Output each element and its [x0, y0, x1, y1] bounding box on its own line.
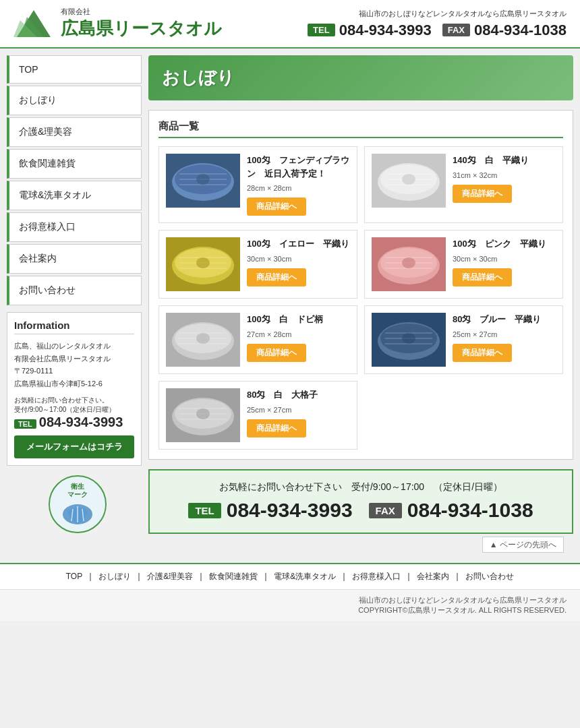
footer-sep: ｜ [340, 572, 348, 581]
product-image-p1 [166, 154, 240, 208]
product-inner: 100匁 白 ドビ柄 27cm × 28cm 商品詳細へ [166, 313, 350, 367]
contact-tagline: 福山市のおしぼりなどレンタルタオルなら広島県リースタオル [308, 9, 567, 19]
info-tel-number: TEL084-934-3993 [14, 415, 134, 430]
mail-button[interactable]: メールフォームはコチラ [14, 435, 134, 458]
product-inner: 80匁 ブルー 平織り 25cm × 27cm 商品詳細へ [372, 313, 556, 367]
product-name-p3: 100匁 イエロー 平織り [247, 237, 350, 251]
detail-button-p1[interactable]: 商品詳細へ [247, 198, 306, 216]
sidebar-item-contact[interactable]: お問い合わせ [7, 276, 142, 305]
footer-nav-7[interactable]: お問い合わせ [465, 572, 514, 581]
sidebar-item-kaigo[interactable]: 介護&理美容 [7, 117, 142, 147]
product-size-p7: 25cm × 27cm [247, 406, 350, 414]
sidebar-item-kaisha[interactable]: 会社案内 [7, 244, 142, 274]
header-fax-number: 084-934-1038 [474, 22, 567, 39]
contact-area: 福山市のおしぼりなどレンタルタオルなら広島県リースタオル TEL 084-934… [308, 9, 567, 39]
sidebar-item-tokui[interactable]: お得意様入口 [7, 212, 142, 242]
cta-fax-group: FAX 084-934-1038 [369, 499, 533, 522]
product-image-p2 [372, 154, 446, 208]
cta-tel-number: 084-934-3993 [227, 499, 353, 522]
svg-point-16 [196, 174, 210, 185]
product-info-p4: 100匁 ピンク 平織り 30cm × 30cm 商品詳細へ [453, 237, 556, 286]
cta-text: お気軽にお問い合わせ下さい 受付/9:00～17:00 （定休日/日曜） [163, 481, 558, 493]
product-name-p5: 100匁 白 ドビ柄 [247, 313, 350, 326]
svg-text:マーク: マーク [67, 491, 88, 498]
cta-fax-number: 084-934-1038 [407, 499, 533, 522]
section-title: 商品一覧 [158, 120, 563, 138]
sidebar-item-inshoku[interactable]: 飲食関連雑貨 [7, 149, 142, 179]
detail-button-p7[interactable]: 商品詳細へ [247, 419, 306, 437]
product-name-p7: 80匁 白 大格子 [247, 388, 350, 402]
sidebar: TOPおしぼり介護&理美容飲食関連雑貨電球&洗車タオルお得意様入口会社案内お問い… [7, 55, 142, 556]
footer-nav-1[interactable]: おしぼり [98, 572, 131, 581]
svg-point-58 [196, 408, 210, 419]
page-title: おしぼり [162, 67, 235, 88]
product-grid: 100匁 フェンディブラウン 近日入荷予定！ 28cm × 28cm 商品詳細へ… [158, 146, 563, 450]
page-header: おしぼり [148, 55, 573, 100]
product-inner: 80匁 白 大格子 25cm × 27cm 商品詳細へ [166, 388, 350, 442]
svg-point-37 [402, 257, 415, 268]
product-name-p6: 80匁 ブルー 平織り [453, 313, 556, 326]
footer-nav-4[interactable]: 電球&洗車タオル [274, 572, 336, 581]
svg-point-51 [402, 333, 415, 344]
content: おしぼり 商品一覧 100匁 フェンディブラウン 近日入荷予定！ 28cm × … [148, 55, 573, 556]
info-box: Information 広島、福山のレンタルタオル有限会社広島県リースタオル〒7… [7, 312, 142, 466]
cta-numbers: TEL 084-934-3993 FAX 084-934-1038 [163, 499, 558, 522]
sidebar-item-oshibori[interactable]: おしぼり [7, 86, 142, 115]
product-size-p4: 30cm × 30cm [453, 255, 556, 263]
svg-point-23 [402, 174, 415, 185]
cta-fax-label: FAX [369, 503, 402, 518]
product-card-p5: 100匁 白 ドビ柄 27cm × 28cm 商品詳細へ [158, 305, 357, 374]
product-image-p4 [372, 237, 446, 291]
eisei-mark: 衛生 マーク [7, 474, 142, 537]
detail-button-p4[interactable]: 商品詳細へ [453, 268, 512, 286]
svg-text:衛生: 衛生 [70, 483, 84, 490]
detail-button-p2[interactable]: 商品詳細へ [453, 185, 512, 203]
main-wrapper: TOPおしぼり介護&理美容飲食関連雑貨電球&洗車タオルお得意様入口会社案内お問い… [0, 49, 580, 563]
header-tel-badge: TEL 084-934-3993 [308, 22, 432, 39]
sidebar-item-top[interactable]: TOP [7, 55, 142, 84]
cta-tel-group: TEL 084-934-3993 [188, 499, 352, 522]
product-section: 商品一覧 100匁 フェンディブラウン 近日入荷予定！ 28cm × 28cm … [148, 110, 573, 460]
product-size-p5: 27cm × 28cm [247, 330, 350, 338]
footer-sep: ｜ [86, 572, 94, 581]
info-content: 広島、福山のレンタルタオル有限会社広島県リースタオル〒729-0111広島県福山… [14, 340, 134, 390]
nav-menu: TOPおしぼり介護&理美容飲食関連雑貨電球&洗車タオルお得意様入口会社案内お問い… [7, 55, 142, 305]
svg-point-44 [196, 333, 210, 344]
footer-nav-0[interactable]: TOP [66, 572, 82, 581]
header: 有限会社 広島県リースタオル 福山市のおしぼりなどレンタルタオルなら広島県リース… [0, 0, 580, 49]
product-card-p2: 140匁 白 平織り 31cm × 32cm 商品詳細へ [364, 146, 563, 223]
detail-button-p3[interactable]: 商品詳細へ [247, 268, 306, 286]
product-info-p5: 100匁 白 ドビ柄 27cm × 28cm 商品詳細へ [247, 313, 350, 362]
logo-text: 有限会社 広島県リースタオル [61, 7, 222, 40]
footer-nav-2[interactable]: 介護&理美容 [147, 572, 193, 581]
footer-nav-6[interactable]: 会社案内 [417, 572, 449, 581]
header-fax-badge: FAX 084-934-1038 [442, 22, 567, 39]
product-inner: 100匁 ピンク 平織り 30cm × 30cm 商品詳細へ [372, 237, 556, 291]
logo-company: 有限会社 [61, 7, 222, 17]
product-image-p7 [166, 388, 240, 442]
product-info-p2: 140匁 白 平織り 31cm × 32cm 商品詳細へ [453, 154, 556, 203]
detail-button-p5[interactable]: 商品詳細へ [247, 344, 306, 362]
header-tel-number: 084-934-3993 [339, 22, 432, 39]
footer-nav-5[interactable]: お得意様入口 [352, 572, 401, 581]
product-name-p4: 100匁 ピンク 平織り [453, 237, 556, 251]
product-info-p1: 100匁 フェンディブラウン 近日入荷予定！ 28cm × 28cm 商品詳細へ [247, 154, 350, 216]
footer-sep: ｜ [135, 572, 143, 581]
product-image-p5 [166, 313, 240, 367]
svg-point-30 [196, 257, 210, 268]
sidebar-item-denkyuu[interactable]: 電球&洗車タオル [7, 181, 142, 210]
tel-label: TEL [308, 24, 335, 36]
product-size-p3: 30cm × 30cm [247, 255, 350, 263]
footer-nav: TOP｜おしぼり｜介護&理美容｜飲食関連雑貨｜電球&洗車タオル｜お得意様入口｜会… [0, 563, 580, 589]
product-inner: 100匁 フェンディブラウン 近日入荷予定！ 28cm × 28cm 商品詳細へ [166, 154, 350, 216]
footer-copy2: COPYRIGHT©広島県リースタオル. ALL RIGHTS RESERVED… [13, 605, 567, 615]
footer-sep: ｜ [262, 572, 270, 581]
cta-tel-label: TEL [188, 503, 221, 518]
back-to-top-link[interactable]: ▲ ページの先頭へ [482, 537, 564, 553]
product-info-p7: 80匁 白 大格子 25cm × 27cm 商品詳細へ [247, 388, 350, 437]
footer-sep: ｜ [453, 572, 461, 581]
logo-name: 広島県リースタオル [61, 17, 222, 40]
info-tel-label: TEL [14, 419, 36, 429]
footer-nav-3[interactable]: 飲食関連雑貨 [209, 572, 258, 581]
detail-button-p6[interactable]: 商品詳細へ [453, 344, 512, 362]
